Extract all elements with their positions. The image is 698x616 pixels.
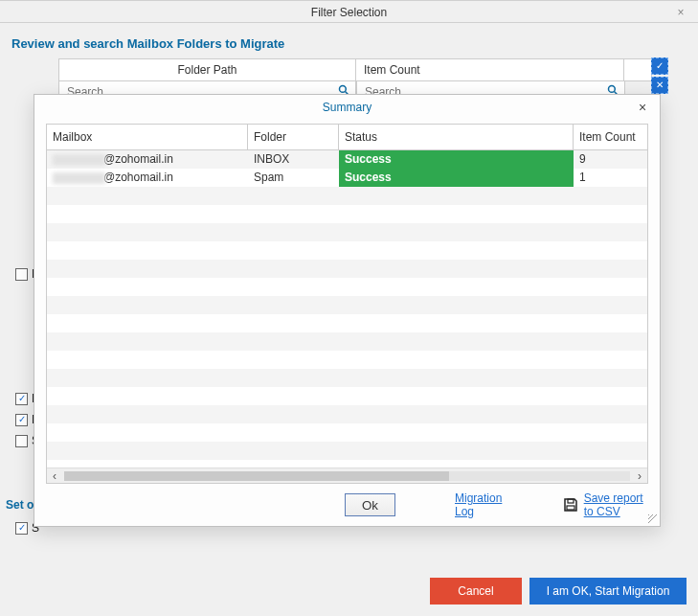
col-header-folder-path[interactable]: Folder Path [59,59,356,80]
page-subtitle: Review and search Mailbox Folders to Mig… [6,33,681,58]
bottom-action-bar: Cancel I am OK, Start Migration [430,578,687,605]
cell-empty [339,314,574,332]
cell-empty [574,423,647,442]
close-icon[interactable]: × [669,1,692,24]
cell-folder: INBOX [248,150,339,169]
table-row [47,187,647,205]
grid-rows: @zohomail.inINBOXSuccess9@zohomail.inSpa… [47,150,647,468]
select-all-buttons: ✓ ✕ [651,57,668,96]
cell-empty [248,223,339,241]
content-area: Review and search Mailbox Folders to Mig… [0,23,698,103]
svg-rect-4 [568,499,574,503]
table-row [47,278,647,296]
cell-empty [248,187,339,205]
cell-empty [47,241,248,260]
save-report-label: Save report to CSV [584,491,646,518]
cell-empty [339,405,574,423]
table-row[interactable]: @zohomail.inINBOXSuccess9 [47,150,647,169]
cell-status: Success [339,150,574,169]
col-header-status[interactable]: Status [339,125,574,149]
cell-empty [47,296,248,314]
scroll-track[interactable] [64,471,630,481]
cell-empty [47,223,248,241]
save-report-link[interactable]: Save report to CSV [563,491,646,518]
scroll-right-icon[interactable]: › [632,468,647,484]
cell-empty [47,314,248,332]
cell-empty [248,442,339,460]
cell-empty [248,332,339,351]
cell-empty [574,223,647,241]
cell-empty [248,387,339,405]
cell-empty [47,387,248,405]
table-row [47,442,647,460]
grid-header: Mailbox Folder Status Item Count [47,125,647,150]
cell-empty [248,260,339,278]
start-migration-button[interactable]: I am OK, Start Migration [529,578,687,605]
cell-status: Success [339,169,574,187]
table-row[interactable]: @zohomail.inSpamSuccess1 [47,169,647,187]
cell-empty [339,187,574,205]
filter-column-headers: Folder Path Item Count [58,58,652,81]
ok-button[interactable]: Ok [345,493,395,516]
cancel-button[interactable]: Cancel [430,578,522,605]
cell-empty [574,387,647,405]
summary-dialog: Summary × Mailbox Folder Status Item Cou… [34,94,661,527]
title-bar: Filter Selection × [0,0,698,23]
cell-empty [47,205,248,223]
scroll-left-icon[interactable]: ‹ [47,468,62,484]
cell-empty [339,260,574,278]
cell-empty [47,260,248,278]
cell-empty [248,351,339,369]
dialog-title-bar: Summary × [34,95,660,120]
cell-empty [339,205,574,223]
redacted-text [53,154,105,166]
horizontal-scrollbar[interactable]: ‹ › [47,468,647,483]
check-all-button[interactable]: ✓ [651,57,668,75]
col-header-mailbox[interactable]: Mailbox [47,125,248,149]
summary-grid: Mailbox Folder Status Item Count @zohoma… [46,124,648,484]
resize-grip[interactable] [648,514,658,524]
cell-empty [339,332,574,351]
cell-empty [47,332,248,351]
cell-empty [248,205,339,223]
table-row [47,423,647,442]
cell-empty [574,241,647,260]
cell-empty [574,369,647,387]
table-row [47,405,647,423]
cell-empty [47,405,248,423]
col-header-item-count[interactable]: Item Count [574,125,648,149]
redacted-text [53,172,105,184]
scroll-thumb[interactable] [64,471,449,481]
cell-empty [574,296,647,314]
cell-folder: Spam [248,169,339,187]
col-header-item-count[interactable]: Item Count [356,59,624,80]
migration-log-link[interactable]: Migration Log [455,491,504,518]
bg-section-label: Set o [6,498,34,512]
cell-empty [574,442,647,460]
cell-empty [248,314,339,332]
table-row [47,260,647,278]
cell-empty [574,314,647,332]
cell-item-count: 9 [574,150,647,169]
svg-point-2 [609,86,616,93]
table-row [47,351,647,369]
table-row [47,387,647,405]
cell-empty [47,423,248,442]
uncheck-all-button[interactable]: ✕ [651,77,668,94]
cell-empty [47,187,248,205]
table-row [47,332,647,351]
cell-empty [574,405,647,423]
save-icon [563,497,578,513]
cell-empty [248,278,339,296]
cell-empty [574,260,647,278]
cell-empty [248,405,339,423]
table-row [47,241,647,260]
cell-mailbox: @zohomail.in [47,150,248,169]
col-header-folder[interactable]: Folder [248,125,339,149]
cell-empty [574,205,647,223]
table-row [47,369,647,387]
cell-empty [339,241,574,260]
cell-mailbox: @zohomail.in [47,169,248,187]
cell-empty [47,278,248,296]
close-icon[interactable]: × [631,95,654,120]
